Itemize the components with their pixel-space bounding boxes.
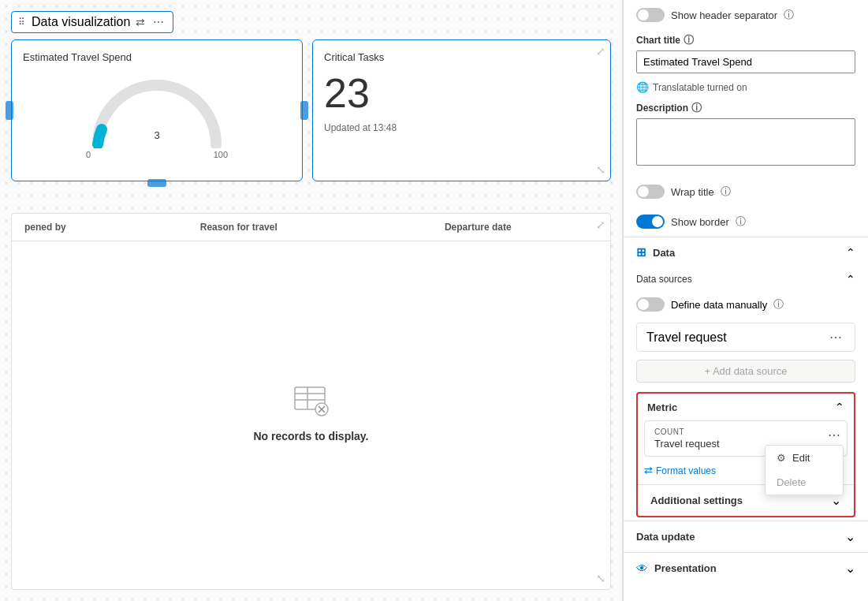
presentation-row[interactable]: 👁 Presentation (624, 553, 868, 584)
metric-label: Metric (647, 401, 677, 413)
table-header: pened by Reason for travel Departure dat… (12, 214, 610, 241)
globe-icon: 🌐 (636, 81, 649, 93)
table-col1-header: pened by (24, 222, 119, 233)
resize-handle-bottom[interactable] (147, 179, 166, 187)
wrap-title-toggle[interactable] (636, 185, 665, 199)
tasks-count: 23 (324, 71, 599, 116)
tasks-card: Critical Tasks 23 Updated at 13:48 ⤢ ⤡ (312, 39, 611, 181)
metric-type: COUNT (654, 427, 837, 436)
table-section: ⤢ pened by Reason for travel Departure d… (11, 213, 611, 590)
translatable-label: Translatable turned on (653, 82, 747, 93)
show-header-separator-label: Show header separator (671, 9, 777, 21)
data-section-header-left: ⊞ Data (636, 245, 675, 259)
format-values-link[interactable]: Format values (656, 465, 716, 476)
show-border-row: Show border ⓘ (624, 207, 868, 237)
metric-context-menu: ⚙ Edit Delete (765, 445, 844, 495)
delete-menu-item[interactable]: Delete (766, 470, 843, 495)
define-data-manually-info-icon: ⓘ (773, 297, 784, 312)
data-source-card: Travel request ⋯ (636, 323, 855, 352)
presentation-eye-icon: 👁 (636, 562, 648, 575)
define-data-manually-toggle[interactable] (636, 297, 665, 312)
wrap-title-label: Wrap title (671, 186, 714, 198)
additional-settings-label: Additional settings (650, 495, 743, 506)
gauge-value-text: 3 (154, 129, 159, 141)
description-label: Description ⓘ (636, 101, 855, 115)
canvas-area: ⠿ Data visualization ⇄ ⋯ Estimated Trave… (0, 0, 623, 601)
wrap-title-info-icon: ⓘ (721, 185, 731, 199)
format-values-icon: ⇄ (644, 465, 653, 476)
tasks-updated: Updated at 13:48 (324, 122, 599, 133)
description-section: Description ⓘ (624, 101, 868, 177)
data-update-label: Data update (636, 531, 695, 543)
data-update-row[interactable]: Data update (624, 521, 868, 552)
metric-section: Metric COUNT Travel request ⋯ ⚙ Edit Del… (636, 392, 855, 517)
resize-handle-left[interactable] (6, 101, 13, 120)
metric-chevron-up (835, 400, 844, 414)
metric-section-header: Metric (638, 394, 854, 417)
data-section-icon: ⊞ (636, 245, 646, 259)
gauge-labels: 0 100 (86, 150, 228, 159)
toolbar-switch-button[interactable]: ⇄ (133, 16, 147, 28)
tasks-corner-icon-top: ⤢ (596, 45, 605, 58)
toolbar-strip[interactable]: ⠿ Data visualization ⇄ ⋯ (11, 11, 173, 33)
gauge-card: Estimated Travel Spend 3 0 100 (11, 39, 303, 181)
toolbar-label: Data visualization (32, 15, 130, 29)
add-data-source-button[interactable]: + Add data source (636, 360, 855, 383)
gauge-min-label: 0 (86, 150, 91, 159)
description-info-icon: ⓘ (691, 101, 702, 115)
chart-title-label: Chart title ⓘ (636, 33, 855, 47)
show-border-info-icon: ⓘ (736, 215, 746, 229)
show-header-separator-info-icon: ⓘ (784, 8, 794, 22)
empty-state-icon (292, 381, 331, 420)
gauge-svg: 3 (86, 69, 228, 148)
gauge-max-label: 100 (214, 150, 228, 159)
chart-title-input[interactable] (636, 50, 855, 73)
show-border-label: Show border (671, 216, 729, 228)
edit-menu-item[interactable]: ⚙ Edit (766, 446, 843, 470)
edit-icon: ⚙ (777, 452, 786, 464)
data-update-chevron-down (845, 529, 855, 544)
gauge-card-title: Estimated Travel Spend (23, 51, 291, 63)
data-section-label: Data (653, 247, 675, 259)
tasks-corner-icon: ⤡ (596, 163, 605, 176)
data-section-header[interactable]: ⊞ Data (624, 237, 868, 267)
define-data-manually-label: Define data manually (671, 299, 767, 311)
empty-icon-svg (292, 381, 331, 420)
metric-card: COUNT Travel request ⋯ ⚙ Edit Delete (644, 420, 848, 457)
presentation-chevron-down (845, 561, 855, 576)
data-sources-chevron-up (846, 272, 855, 286)
show-border-toggle[interactable] (636, 215, 665, 229)
show-header-separator-row: Show header separator ⓘ (624, 0, 868, 30)
table-col3-header: Departure date (359, 222, 598, 233)
data-source-name: Travel request (646, 330, 727, 345)
tasks-card-title: Critical Tasks (324, 51, 599, 63)
translatable-row: 🌐 Translatable turned on (624, 81, 868, 101)
description-textarea[interactable] (636, 118, 855, 166)
data-section-chevron-up (846, 245, 855, 259)
gauge-container: 3 0 100 (23, 69, 291, 159)
chart-title-section: Chart title ⓘ (624, 30, 868, 81)
no-records-text: No records to display. (254, 430, 369, 442)
chart-title-info-icon: ⓘ (684, 33, 694, 47)
show-header-separator-toggle[interactable] (636, 8, 665, 22)
data-sources-sub-header[interactable]: Data sources (624, 267, 868, 291)
drag-handle-icon: ⠿ (18, 17, 25, 28)
data-source-more-button[interactable]: ⋯ (826, 330, 845, 345)
wrap-title-row: Wrap title ⓘ (624, 177, 868, 207)
cards-row: Estimated Travel Spend 3 0 100 (11, 39, 611, 181)
right-panel: Show header separator ⓘ Chart title ⓘ 🌐 … (623, 0, 868, 601)
table-corner-top-icon: ⤢ (596, 218, 605, 231)
data-sources-label: Data sources (636, 274, 692, 285)
presentation-label: Presentation (654, 562, 717, 574)
define-data-manually-row: Define data manually ⓘ (624, 291, 868, 318)
metric-more-button[interactable]: ⋯ (828, 427, 840, 442)
table-col2-header: Reason for travel (119, 222, 359, 233)
resize-handle-right[interactable] (300, 101, 308, 120)
toolbar-more-button[interactable]: ⋯ (151, 16, 166, 28)
table-empty-state: No records to display. (12, 241, 610, 581)
table-corner-bottom-icon: ⤡ (596, 572, 605, 584)
